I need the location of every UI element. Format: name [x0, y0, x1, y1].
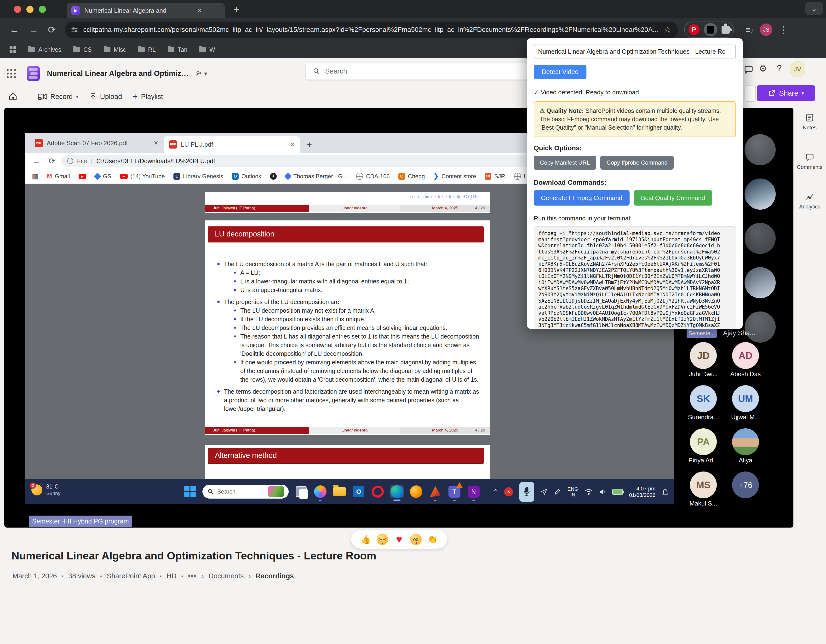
battery-icon[interactable]	[612, 489, 623, 495]
url-bar[interactable]: cciitpatna-my.sharepoint.com/personal/ma…	[65, 22, 678, 38]
close-window-button[interactable]	[14, 6, 21, 13]
chevron-down-icon: ▾	[801, 90, 804, 96]
matlab-button[interactable]	[429, 485, 442, 498]
speaker-icon[interactable]	[599, 489, 606, 495]
overflow-participants-avatar[interactable]: +76	[732, 472, 759, 498]
pinterest-extension-icon[interactable]: P	[688, 24, 700, 35]
laughing-icon[interactable]: ≻≺▿	[377, 534, 388, 545]
location-arrow-icon[interactable]	[540, 488, 548, 495]
video-title-input[interactable]	[534, 45, 736, 59]
breadcrumb-recordings[interactable]: Recordings	[256, 572, 294, 580]
upload-button[interactable]: Upload	[89, 93, 122, 101]
window-dropdown[interactable]: ⌄	[806, 2, 823, 15]
video-downloader-extension-icon[interactable]	[704, 23, 717, 36]
reload-icon[interactable]: ⟳	[48, 24, 56, 35]
bookmark-tan[interactable]: Tan	[168, 46, 187, 53]
avatar-photo	[732, 428, 759, 455]
site-settings-icon[interactable]	[71, 26, 78, 33]
firefox-button[interactable]	[409, 485, 423, 498]
generate-ffmpeg-command-button[interactable]: Generate FFmpeg Command	[534, 190, 630, 206]
language-indicator[interactable]: ENGIN	[567, 486, 578, 498]
app-label: SharePoint App	[107, 572, 155, 580]
rail-comments-button[interactable]: Comments	[793, 153, 826, 170]
account-avatar[interactable]: JV	[790, 61, 806, 77]
pdf-page-previous: ‹▭› ‹▣› ‹≡› ‹≡› ≡ ⟲Q⟳ Juhi Jaiswal (IIT …	[205, 192, 490, 213]
bookmark-chatgpt: ✦	[270, 173, 277, 180]
bookmark-star-icon[interactable]: ☆	[664, 25, 671, 35]
search-input[interactable]: Search	[306, 63, 528, 79]
copilot-button[interactable]	[314, 485, 327, 498]
copy-manifest-url-button[interactable]: Copy Manifest URL	[534, 156, 596, 170]
bookmark-cs[interactable]: CS	[73, 46, 92, 53]
settings-gear-icon[interactable]: ⚙	[759, 63, 767, 74]
copy-ffprobe-command-button[interactable]: Copy ffprobe Command	[600, 156, 674, 170]
bookmark-rl[interactable]: RL	[138, 46, 156, 53]
analytics-icon	[805, 192, 814, 201]
help-icon[interactable]: ?	[777, 63, 782, 74]
app-launcher-icon[interactable]	[7, 69, 16, 78]
breadcrumb-documents[interactable]: Documents	[209, 572, 244, 580]
microphone-icon[interactable]	[519, 482, 534, 502]
weather-widget[interactable]: 2 31°CSunny	[31, 484, 61, 497]
shared-with-icon[interactable]: ▾	[195, 70, 207, 78]
detect-video-button[interactable]: Detect Video	[534, 65, 587, 79]
pen-icon[interactable]	[554, 488, 561, 495]
notifications-bell-icon[interactable]	[661, 488, 669, 496]
bookmark-archives[interactable]: Archives	[28, 46, 61, 53]
media-queue-icon[interactable]: ≡♪	[746, 25, 754, 34]
thumbs-up-icon[interactable]: 👍	[360, 534, 371, 545]
forward-icon[interactable]: →	[29, 25, 38, 35]
edge-button[interactable]	[390, 485, 404, 498]
folder-icon	[138, 47, 145, 52]
extensions-puzzle-icon[interactable]	[722, 26, 730, 34]
participant-name: Aliya	[724, 457, 767, 464]
share-button[interactable]: Share ▾	[757, 85, 815, 101]
share-icon	[768, 89, 776, 97]
record-button[interactable]: Record ▾	[38, 93, 79, 101]
rail-analytics-button[interactable]: Analytics	[793, 192, 826, 210]
url-text[interactable]: cciitpatna-my.sharepoint.com/personal/ma…	[83, 26, 664, 34]
tab-groups-icon[interactable]	[9, 46, 16, 53]
outlook-button[interactable]: O	[352, 485, 365, 498]
browser-tab[interactable]: ▶ Numerical Linear Algebra and ✕	[67, 3, 225, 18]
heart-icon[interactable]: ♥	[393, 534, 405, 545]
recording-stop-icon[interactable]: ✕	[504, 487, 513, 497]
partial-button[interactable]	[745, 85, 756, 102]
wifi-icon[interactable]	[585, 489, 593, 495]
participant-label-chip[interactable]: Semeste...	[686, 329, 717, 338]
globe-icon	[514, 173, 521, 180]
participant-bubble	[745, 267, 776, 298]
zoom-window-button[interactable]	[39, 6, 46, 13]
bookmark-gs: GS	[95, 173, 112, 180]
rail-notes-button[interactable]: Notes	[793, 113, 826, 131]
file-explorer-button[interactable]	[333, 485, 346, 498]
teams-button[interactable]: T	[448, 485, 461, 498]
feedback-icon[interactable]	[744, 65, 753, 74]
bookmark-w[interactable]: W	[199, 46, 215, 53]
onenote-button[interactable]: N	[467, 485, 480, 498]
playlist-button[interactable]: + Playlist	[132, 92, 163, 102]
opera-button[interactable]	[371, 485, 385, 498]
start-button[interactable]	[183, 485, 197, 498]
task-view-button[interactable]	[294, 485, 308, 498]
close-tab-icon[interactable]: ✕	[197, 7, 202, 14]
ffmpeg-command-box[interactable]: ffmpeg -i "https://southindia1-mediap.sv…	[534, 227, 736, 329]
more-breadcrumb-button[interactable]: •••	[188, 572, 196, 580]
clap-icon[interactable]: 👏	[427, 534, 438, 545]
taskbar-clock[interactable]: 4:07 pm01/03/2026	[629, 486, 655, 498]
inner-tab-adobe-scan: PDF Adobe Scan 07 Feb 2026.pdf ✕	[30, 133, 164, 153]
tray-chevron-icon[interactable]: ⌃	[493, 488, 498, 495]
browser-profile-avatar[interactable]: JS	[760, 23, 772, 36]
bookmark-library-genesis: LLibrary Genesis	[174, 173, 223, 180]
bookmark-misc[interactable]: Misc	[104, 46, 126, 53]
stream-toolbar: Record ▾ Upload + Playlist	[0, 86, 163, 107]
taskbar-search[interactable]: Search	[202, 485, 289, 498]
surprised-icon[interactable]: ooo	[410, 534, 422, 545]
browser-menu-icon[interactable]: ⋮	[779, 25, 788, 35]
stream-logo[interactable]	[27, 66, 40, 81]
home-button[interactable]	[9, 92, 17, 101]
back-icon[interactable]: ←	[9, 25, 19, 35]
new-tab-button[interactable]: +	[234, 4, 239, 15]
best-quality-command-button[interactable]: Best Quality Command	[634, 190, 712, 206]
minimize-window-button[interactable]	[26, 6, 34, 13]
